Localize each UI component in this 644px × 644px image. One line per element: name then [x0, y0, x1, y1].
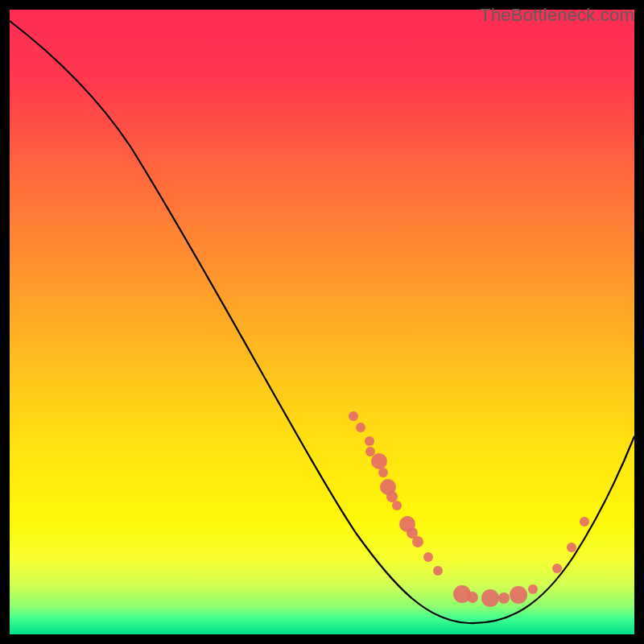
data-dot	[498, 592, 510, 604]
data-dot	[371, 453, 387, 469]
watermark-text: TheBottleneck.com	[480, 5, 634, 26]
data-dot	[378, 468, 388, 477]
data-dot	[392, 501, 402, 510]
data-dot	[467, 592, 478, 603]
data-dot	[365, 447, 375, 456]
chart-frame: TheBottleneck.com	[10, 10, 634, 634]
data-dot	[412, 536, 423, 547]
data-dot	[356, 423, 365, 432]
bottleneck-curve	[10, 21, 634, 623]
data-dot	[567, 543, 576, 552]
data-dot	[433, 566, 443, 576]
data-dot	[552, 564, 562, 573]
data-dot	[349, 411, 358, 421]
data-dot	[528, 584, 538, 594]
chart-curve-layer	[10, 10, 634, 634]
data-dot	[386, 491, 398, 502]
data-dot	[481, 589, 499, 607]
data-dot	[580, 517, 589, 526]
data-dot	[510, 586, 527, 604]
data-dots	[349, 411, 589, 607]
data-dot	[365, 436, 374, 446]
data-dot	[423, 552, 433, 562]
